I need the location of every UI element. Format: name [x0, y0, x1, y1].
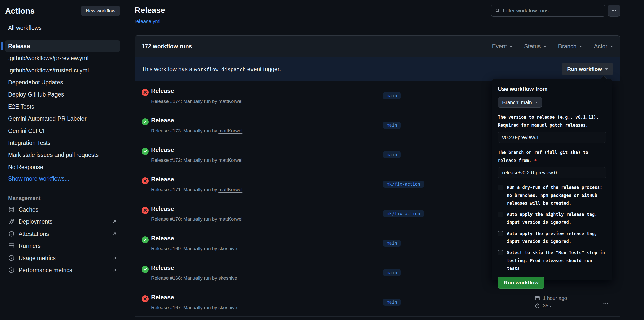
- run-workflow-dropdown-button[interactable]: Run workflow: [562, 63, 613, 75]
- rocket-icon: [8, 218, 15, 225]
- panel-checkbox-row: Select to skip the "Run Tests" step in t…: [498, 249, 606, 272]
- run-title-link[interactable]: Release: [151, 87, 174, 94]
- run-title-link[interactable]: Release: [151, 235, 174, 242]
- checkbox[interactable]: [498, 212, 503, 217]
- sidebar-management-item[interactable]: Attestations: [5, 228, 120, 240]
- workflow-list: Release .github/workflows/pr-review.yml …: [5, 40, 120, 173]
- checkbox[interactable]: [498, 185, 503, 190]
- runs-filter-dropdown[interactable]: Branch: [558, 43, 582, 50]
- run-description: Release #172: Manually run by mattKorwel: [151, 157, 242, 163]
- sidebar-title: Actions: [5, 6, 35, 16]
- actor-link[interactable]: mattKorwel: [218, 99, 242, 104]
- runs-filter-dropdown[interactable]: Actor: [594, 43, 613, 50]
- workflow-item-label: E2E Tests: [8, 103, 34, 110]
- actor-link[interactable]: mattKorwel: [218, 216, 242, 222]
- success-icon: [142, 148, 149, 155]
- sidebar-workflow-item[interactable]: Deploy GitHub Pages: [5, 89, 120, 100]
- actor-link[interactable]: skeshive: [218, 246, 237, 251]
- stopwatch-icon: [534, 303, 540, 309]
- sidebar-workflow-item[interactable]: Gemini Automated PR Labeler: [5, 113, 120, 124]
- sidebar-workflow-item[interactable]: .github/workflows/pr-review.yml: [5, 52, 120, 64]
- version-input[interactable]: [498, 132, 606, 143]
- checkbox-label: Auto apply the preview release tag, inpu…: [507, 230, 606, 245]
- workflow-options-kebab-button[interactable]: [608, 5, 620, 17]
- chevron-down-icon: [535, 102, 538, 103]
- workflow-item-label: Gemini Automated PR Labeler: [8, 115, 87, 122]
- sidebar-workflow-item[interactable]: Release: [5, 40, 120, 52]
- page-title: Release: [135, 6, 165, 15]
- kebab-horizontal-icon: [603, 300, 609, 307]
- management-item-label: Performance metrics: [19, 267, 107, 274]
- ref-input[interactable]: [498, 167, 606, 178]
- server-icon: [8, 243, 15, 249]
- workflow-file-link[interactable]: release.yml: [135, 19, 160, 24]
- run-description: Release #168: Manually run by skeshive: [151, 275, 237, 281]
- database-icon: [8, 206, 15, 213]
- runs-filters: Event Status Branch Actor: [492, 43, 613, 50]
- panel-checkbox-group: Run a dry-run of the release process; no…: [498, 184, 606, 272]
- run-description: Release #170: Manually run by mattKorwel: [151, 216, 242, 222]
- branch-badge[interactable]: main: [383, 269, 401, 276]
- workflow-item-label: Dependabot Updates: [8, 79, 63, 86]
- sidebar-workflow-item[interactable]: No Response: [5, 161, 120, 173]
- runs-filter-dropdown[interactable]: Status: [524, 43, 546, 50]
- sidebar-workflow-item[interactable]: Dependabot Updates: [5, 77, 120, 88]
- chevron-down-icon: [610, 46, 613, 47]
- runs-filter-dropdown[interactable]: Event: [492, 43, 513, 50]
- branch-badge[interactable]: mk/fix-action: [383, 210, 424, 217]
- sidebar-item-all-workflows[interactable]: All workflows: [5, 23, 120, 34]
- run-title-link[interactable]: Release: [151, 117, 174, 124]
- workflow-item-label: .github/workflows/pr-review.yml: [8, 55, 88, 62]
- sidebar-management-item[interactable]: Deployments: [5, 216, 120, 228]
- sidebar-management-item[interactable]: Runners: [5, 240, 120, 252]
- actor-link[interactable]: skeshive: [218, 305, 237, 310]
- filter-label: Actor: [594, 43, 607, 50]
- run-title-link[interactable]: Release: [151, 146, 174, 153]
- sidebar-management-item[interactable]: Caches: [5, 204, 120, 216]
- actor-link[interactable]: mattKorwel: [218, 128, 242, 133]
- run-title-link[interactable]: Release: [151, 205, 174, 212]
- branch-badge[interactable]: main: [383, 151, 401, 158]
- filter-workflow-runs-input[interactable]: [503, 8, 601, 14]
- panel-checkbox-row: Run a dry-run of the release process; no…: [498, 184, 606, 207]
- checkbox-label: Run a dry-run of the release process; no…: [507, 184, 606, 207]
- checkbox[interactable]: [498, 250, 503, 255]
- sidebar-workflow-item[interactable]: Gemini CLI CI: [5, 125, 120, 137]
- actor-link[interactable]: mattKorwel: [218, 187, 242, 192]
- run-title-link[interactable]: Release: [151, 176, 174, 183]
- branch-badge[interactable]: main: [383, 240, 401, 247]
- verified-badge-icon: [8, 231, 15, 237]
- new-workflow-button[interactable]: New workflow: [81, 6, 120, 16]
- branch-selector-button[interactable]: Branch: main: [498, 97, 542, 108]
- sidebar-workflow-item[interactable]: Mark stale issues and pull requests: [5, 149, 120, 161]
- workflow-item-label: Mark stale issues and pull requests: [8, 152, 99, 158]
- checkbox[interactable]: [498, 231, 503, 236]
- branch-badge[interactable]: main: [383, 92, 401, 99]
- run-title-link[interactable]: Release: [151, 294, 174, 301]
- actor-link[interactable]: mattKorwel: [218, 157, 242, 163]
- gauge-icon: [8, 267, 15, 273]
- ref-field-description: The branch or ref (full git sha) to rele…: [498, 148, 606, 165]
- branch-badge[interactable]: main: [383, 122, 401, 129]
- show-more-workflows-link[interactable]: Show more workflows...: [5, 173, 120, 184]
- actor-link[interactable]: skeshive: [218, 275, 237, 281]
- workflow-item-label: .github/workflows/trusted-ci.yml: [8, 67, 89, 74]
- sidebar-workflow-item[interactable]: .github/workflows/trusted-ci.yml: [5, 65, 120, 76]
- calendar-icon: [534, 295, 540, 301]
- workflow-run-row[interactable]: Release Release #167: Manually run by sk…: [135, 287, 620, 317]
- chevron-down-icon: [543, 46, 546, 47]
- filter-label: Status: [524, 43, 541, 50]
- run-options-kebab-button[interactable]: [601, 299, 611, 310]
- branch-badge[interactable]: main: [383, 299, 401, 306]
- sidebar-management-item[interactable]: Usage metrics: [5, 252, 120, 264]
- run-description: Release #174: Manually run by mattKorwel: [151, 99, 242, 104]
- sidebar-workflow-item[interactable]: E2E Tests: [5, 101, 120, 112]
- required-asterisk: *: [534, 158, 537, 163]
- branch-badge[interactable]: mk/fix-action: [383, 181, 424, 188]
- sidebar-workflow-item[interactable]: Integration Tests: [5, 137, 120, 149]
- run-description: Release #167: Manually run by skeshive: [151, 305, 237, 310]
- run-workflow-submit-button[interactable]: Run workflow: [498, 277, 544, 289]
- workflow-item-label: Release: [8, 43, 30, 50]
- run-title-link[interactable]: Release: [151, 264, 174, 271]
- sidebar-management-item[interactable]: Performance metrics: [5, 264, 120, 276]
